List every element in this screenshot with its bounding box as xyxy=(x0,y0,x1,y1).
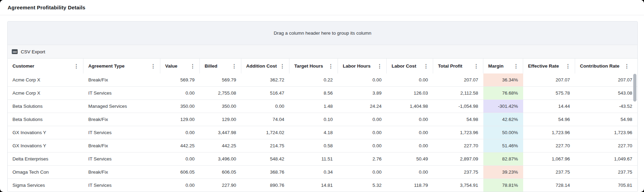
column-header-agreement_type[interactable]: Agreement Type⋮ xyxy=(83,59,160,73)
cell-value: 0.00 xyxy=(160,179,200,192)
column-header-customer[interactable]: Customer⋮ xyxy=(8,59,83,73)
cell-contribution_rate: 207.07 xyxy=(575,73,637,86)
cell-labor_hours: 0.00 xyxy=(338,113,387,126)
cell-labor_hours: 5.32 xyxy=(338,179,387,192)
cell-margin: 51.46% xyxy=(483,139,523,152)
column-header-label: Agreement Type xyxy=(88,63,125,69)
cell-billed: 2,755.08 xyxy=(200,87,241,99)
column-header-addition_cost[interactable]: Addition Cost⋮ xyxy=(241,59,289,73)
cell-billed: 606.05 xyxy=(200,166,241,178)
column-menu-icon[interactable]: ⋮ xyxy=(149,63,157,69)
cell-addition_cost: 1,724.02 xyxy=(241,126,289,139)
cell-target_hours: 11.51 xyxy=(289,152,338,165)
cell-target_hours: 14.81 xyxy=(289,179,338,192)
cell-margin: 50.00% xyxy=(483,126,523,139)
cell-target_hours: 1.48 xyxy=(289,100,338,113)
group-by-hint: Drag a column header here to group its c… xyxy=(274,30,371,36)
cell-total_profit: 3,754.91 xyxy=(433,179,483,192)
column-menu-icon[interactable]: ⋮ xyxy=(472,63,480,69)
cell-billed: 129.00 xyxy=(200,113,241,126)
cell-labor_cost: 0.00 xyxy=(387,139,433,152)
cell-value: 0.00 xyxy=(160,87,200,99)
csv-export-button[interactable]: csv CSV Export xyxy=(12,49,45,54)
column-menu-icon[interactable]: ⋮ xyxy=(512,63,520,69)
cell-contribution_rate: 705.81 xyxy=(575,179,637,192)
cell-customer: Delta Enterprises xyxy=(8,152,83,165)
cell-margin: 42.62% xyxy=(483,113,523,126)
cell-customer: Acme Corp X xyxy=(8,73,83,86)
column-menu-icon[interactable]: ⋮ xyxy=(230,63,238,69)
column-header-labor_cost[interactable]: Labor Cost⋮ xyxy=(387,59,433,73)
cell-total_profit: -1,054.98 xyxy=(433,100,483,113)
column-menu-icon[interactable]: ⋮ xyxy=(564,63,572,69)
column-header-margin[interactable]: Margin⋮ xyxy=(483,59,523,73)
cell-total_profit: 1,723.96 xyxy=(433,126,483,139)
app-window: Agreement Profitability Details Drag a c… xyxy=(0,0,644,192)
column-menu-icon[interactable]: ⋮ xyxy=(376,63,384,69)
cell-value: 0.00 xyxy=(160,152,200,165)
cell-total_profit: 2,112.58 xyxy=(433,87,483,99)
column-menu-icon[interactable]: ⋮ xyxy=(422,63,430,69)
cell-agreement_type: Break/Fix xyxy=(83,139,160,152)
column-header-value[interactable]: Value⋮ xyxy=(160,59,200,73)
cell-value: 350.00 xyxy=(160,100,200,113)
grid-body: Acme Corp XBreak/Fix569.79569.79362.720.… xyxy=(8,73,637,192)
table-row[interactable]: Acme Corp XIT Services0.002,755.08516.47… xyxy=(8,87,637,100)
group-by-drop-zone[interactable]: Drag a column header here to group its c… xyxy=(8,21,637,45)
table-row[interactable]: Delta EnterprisesIT Services0.003,496.00… xyxy=(8,152,637,166)
column-header-total_profit[interactable]: Total Profit⋮ xyxy=(433,59,483,73)
cell-contribution_rate: 237.75 xyxy=(575,166,637,178)
cell-contribution_rate: 1,723.96 xyxy=(575,126,637,139)
table-row[interactable]: Beta SolutionsManaged Services350.00350.… xyxy=(8,100,637,113)
cell-agreement_type: Managed Services xyxy=(83,100,160,113)
cell-margin: 78.81% xyxy=(483,179,523,192)
column-menu-icon[interactable]: ⋮ xyxy=(623,63,631,69)
cell-labor_cost: 1,404.98 xyxy=(387,100,433,113)
cell-labor_cost: 0.00 xyxy=(387,166,433,178)
table-row[interactable]: Omaga Tech ConBreak/Fix606.05606.05368.7… xyxy=(8,166,637,179)
column-menu-icon[interactable]: ⋮ xyxy=(189,63,197,69)
cell-labor_cost: 0.00 xyxy=(387,113,433,126)
cell-effective_rate: 237.75 xyxy=(523,166,575,178)
cell-value: 0.00 xyxy=(160,126,200,139)
agreement-profitability-grid: Drag a column header here to group its c… xyxy=(7,21,638,192)
column-header-effective_rate[interactable]: Effective Rate⋮ xyxy=(523,59,575,73)
cell-labor_cost: 126.03 xyxy=(387,87,433,99)
cell-agreement_type: Break/Fix xyxy=(83,73,160,86)
csv-file-icon: csv xyxy=(12,49,18,54)
cell-addition_cost: 368.76 xyxy=(241,166,289,178)
cell-labor_hours: 3.89 xyxy=(338,87,387,99)
column-menu-icon[interactable]: ⋮ xyxy=(278,63,286,69)
column-header-labor_hours[interactable]: Labor Hours⋮ xyxy=(338,59,387,73)
cell-total_profit: 54.98 xyxy=(433,113,483,126)
cell-agreement_type: IT Services xyxy=(83,126,160,139)
cell-margin: -301.42% xyxy=(483,100,523,113)
column-header-label: Billed xyxy=(205,63,217,69)
column-header-label: Margin xyxy=(488,63,503,69)
cell-value: 129.00 xyxy=(160,113,200,126)
cell-labor_cost: 118.79 xyxy=(387,179,433,192)
cell-value: 569.79 xyxy=(160,73,200,86)
cell-value: 442.25 xyxy=(160,139,200,152)
table-row[interactable]: Acme Corp XBreak/Fix569.79569.79362.720.… xyxy=(8,73,637,87)
vertical-scrollbar-thumb[interactable] xyxy=(633,74,636,102)
cell-addition_cost: 0.00 xyxy=(241,100,289,113)
column-menu-icon[interactable]: ⋮ xyxy=(72,63,80,69)
grid-toolbar: csv CSV Export xyxy=(8,45,637,58)
cell-target_hours: 0.34 xyxy=(289,166,338,178)
cell-addition_cost: 214.75 xyxy=(241,139,289,152)
column-header-target_hours[interactable]: Target Hours⋮ xyxy=(289,59,338,73)
column-header-contribution_rate[interactable]: Contribution Rate⋮ xyxy=(575,59,637,73)
column-header-label: Effective Rate xyxy=(528,63,559,69)
column-header-billed[interactable]: Billed⋮ xyxy=(200,59,241,73)
table-row[interactable]: GX Inovations YBreak/Fix442.25442.25214.… xyxy=(8,139,637,152)
cell-target_hours: 0.10 xyxy=(289,113,338,126)
cell-addition_cost: 890.76 xyxy=(241,179,289,192)
cell-labor_hours: 0.00 xyxy=(338,139,387,152)
table-row[interactable]: GX Inovations YIT Services0.003,447.981,… xyxy=(8,126,637,139)
table-row[interactable]: Beta SolutionsBreak/Fix129.00129.0074.04… xyxy=(8,113,637,126)
table-row[interactable]: Sigma ServicesIT Services0.00227.90890.7… xyxy=(8,179,637,192)
title-bar: Agreement Profitability Details xyxy=(0,0,644,15)
cell-billed: 227.90 xyxy=(200,179,241,192)
column-menu-icon[interactable]: ⋮ xyxy=(327,63,335,69)
